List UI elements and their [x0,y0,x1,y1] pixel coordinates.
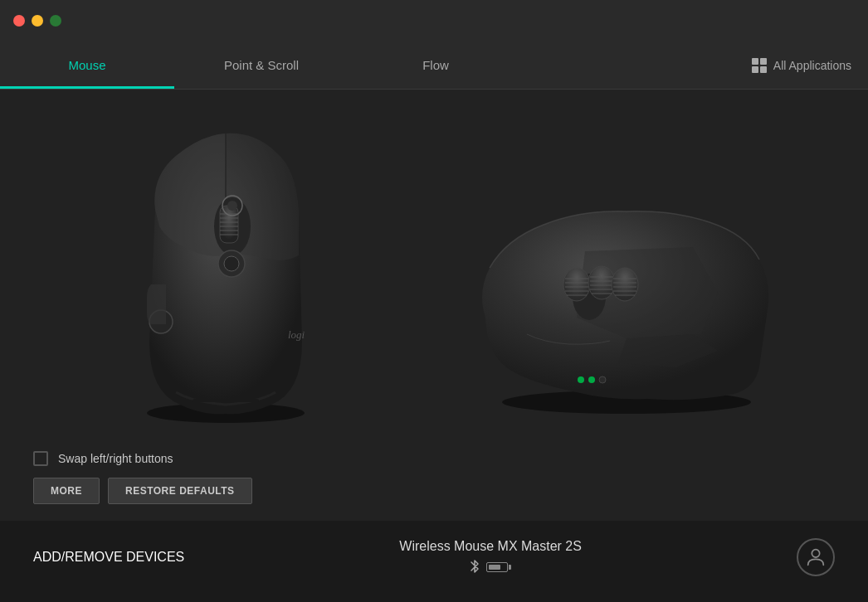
controls-area: Swap left/right buttons MORE RESTORE DEF… [0,438,868,517]
svg-rect-3 [220,206,238,243]
mouse-container: logi [0,90,868,438]
tab-point-scroll[interactable]: Point & Scroll [174,41,349,89]
close-button[interactable] [13,15,25,27]
tab-bar: Mouse Point & Scroll Flow All Applicatio… [0,41,868,90]
user-avatar[interactable] [797,538,835,576]
svg-point-40 [812,550,819,557]
bluetooth-icon [470,559,480,576]
svg-point-11 [227,201,237,211]
restore-defaults-button[interactable]: RESTORE DEFAULTS [108,478,252,504]
svg-point-39 [599,376,606,383]
svg-text:logi: logi [288,328,305,341]
svg-rect-16 [193,399,259,402]
tab-mouse[interactable]: Mouse [0,41,174,89]
all-applications-button[interactable]: All Applications [735,41,868,89]
mouse-side-view [461,185,759,401]
svg-point-25 [588,266,615,299]
add-remove-devices[interactable]: ADD/REMOVE DEVICES [33,550,184,565]
main-content: logi [0,90,868,521]
swap-checkbox[interactable] [33,451,48,466]
titlebar [0,0,868,41]
svg-point-37 [578,376,584,383]
battery-icon [486,562,511,572]
mouse-front-view: logi [110,110,342,425]
bottom-bar: ADD/REMOVE DEVICES Wireless Mouse MX Mas… [0,521,868,594]
svg-point-38 [588,376,595,383]
tab-flow[interactable]: Flow [349,41,523,89]
device-info: Wireless Mouse MX Master 2S [399,539,582,576]
swap-label: Swap left/right buttons [58,452,173,465]
grid-icon [752,58,767,73]
device-icons [470,559,511,576]
minimize-button[interactable] [32,15,43,27]
add-remove-label: ADD/REMOVE DEVICES [33,550,184,564]
svg-point-13 [224,256,239,271]
maximize-button[interactable] [50,15,61,27]
device-name: Wireless Mouse MX Master 2S [399,539,582,554]
buttons-row: MORE RESTORE DEFAULTS [33,478,835,504]
svg-point-31 [612,268,638,301]
swap-row: Swap left/right buttons [33,451,835,466]
more-button[interactable]: MORE [33,478,100,504]
svg-point-19 [563,268,590,301]
traffic-lights [13,15,61,27]
